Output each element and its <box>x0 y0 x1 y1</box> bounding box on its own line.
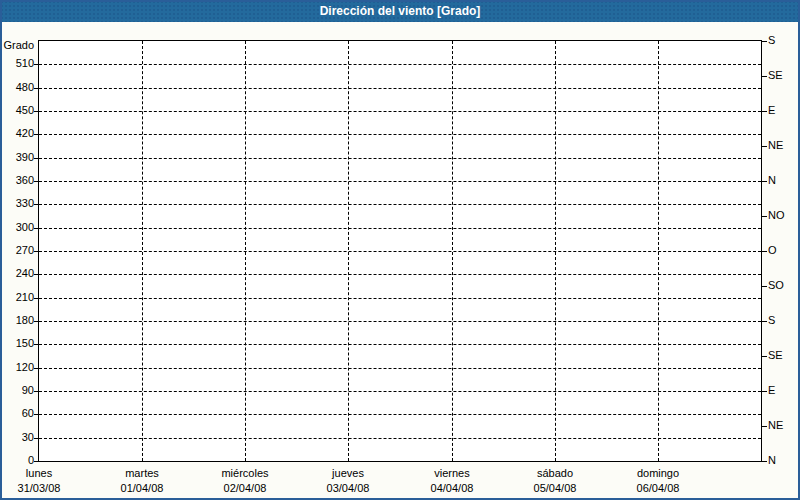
right-tick-mark <box>762 146 767 147</box>
right-tick-mark <box>762 461 767 462</box>
day-name: sábado <box>495 466 615 481</box>
y-tick-mark <box>34 228 39 229</box>
right-tick-mark <box>762 426 767 427</box>
x-day-label-domingo: domingo06/04/08 <box>598 466 718 496</box>
y-tick-mark <box>34 158 39 159</box>
chart-title: Dirección del viento [Grado] <box>0 0 800 22</box>
day-name: jueves <box>288 466 408 481</box>
y-tick-mark <box>34 274 39 275</box>
right-axis-label-135: SE <box>768 349 783 362</box>
h-gridline-480 <box>39 88 761 89</box>
y-tick-label: 180 <box>0 314 34 327</box>
y-tick-mark <box>34 438 39 439</box>
y-tick-mark <box>34 251 39 252</box>
day-date: 02/04/08 <box>185 481 305 496</box>
v-gridline-day-4 <box>452 41 453 461</box>
day-date: 05/04/08 <box>495 481 615 496</box>
right-tick-mark <box>762 76 767 77</box>
y-tick-label: 120 <box>0 361 34 374</box>
h-gridline-60 <box>39 414 761 415</box>
h-gridline-390 <box>39 158 761 159</box>
x-day-label-sábado: sábado05/04/08 <box>495 466 615 496</box>
y-tick-label: 90 <box>0 384 34 397</box>
right-tick-mark <box>762 286 767 287</box>
h-gridline-150 <box>39 344 761 345</box>
right-axis-label-270: O <box>768 244 777 257</box>
right-axis-label-0: N <box>768 454 776 467</box>
v-gridline-day-2 <box>245 41 246 461</box>
y-tick-label: 360 <box>0 174 34 187</box>
right-axis-label-360: N <box>768 174 776 187</box>
h-gridline-450 <box>39 111 761 112</box>
day-date: 06/04/08 <box>598 481 718 496</box>
h-gridline-90 <box>39 391 761 392</box>
day-name: domingo <box>598 466 718 481</box>
chart-window: Dirección del viento [Grado] 03060901201… <box>0 0 800 500</box>
right-tick-mark <box>762 41 767 42</box>
y-tick-label: 300 <box>0 221 34 234</box>
y-tick-label: 420 <box>0 127 34 140</box>
y-tick-mark <box>34 88 39 89</box>
h-gridline-510 <box>39 64 761 65</box>
y-tick-label: 270 <box>0 244 34 257</box>
right-axis-label-180: S <box>768 314 775 327</box>
y-tick-mark <box>34 414 39 415</box>
right-tick-mark <box>762 356 767 357</box>
y-tick-mark <box>34 134 39 135</box>
right-axis-label-450: E <box>768 104 775 117</box>
v-gridline-day-5 <box>555 41 556 461</box>
day-name: miércoles <box>185 466 305 481</box>
right-axis-label-225: SO <box>768 279 784 292</box>
y-tick-label: 60 <box>0 407 34 420</box>
y-tick-label: 450 <box>0 104 34 117</box>
x-day-label-jueves: jueves03/04/08 <box>288 466 408 496</box>
y-tick-mark <box>34 321 39 322</box>
y-tick-label: 30 <box>0 431 34 444</box>
right-axis-label-315: NO <box>768 209 785 222</box>
x-day-label-miércoles: miércoles02/04/08 <box>185 466 305 496</box>
y-tick-mark <box>34 344 39 345</box>
h-gridline-180 <box>39 321 761 322</box>
y-tick-label: 390 <box>0 151 34 164</box>
y-tick-label: 510 <box>0 57 34 70</box>
right-tick-mark <box>762 111 767 112</box>
right-axis-label-405: NE <box>768 139 783 152</box>
day-date: 04/04/08 <box>392 481 512 496</box>
right-axis-label-45: NE <box>768 419 783 432</box>
h-gridline-120 <box>39 368 761 369</box>
x-day-label-viernes: viernes04/04/08 <box>392 466 512 496</box>
v-gridline-day-6 <box>658 41 659 461</box>
y-tick-mark <box>34 298 39 299</box>
y-tick-mark <box>34 368 39 369</box>
day-name: martes <box>82 466 202 481</box>
right-tick-mark <box>762 321 767 322</box>
day-name: viernes <box>392 466 512 481</box>
right-axis-label-90: E <box>768 384 775 397</box>
y-tick-mark <box>34 391 39 392</box>
h-gridline-30 <box>39 438 761 439</box>
day-date: 01/04/08 <box>82 481 202 496</box>
plot-area <box>39 41 761 461</box>
y-axis-title: Grado <box>0 39 34 52</box>
x-day-label-martes: martes01/04/08 <box>82 466 202 496</box>
y-tick-label: 150 <box>0 337 34 350</box>
right-tick-mark <box>762 251 767 252</box>
v-gridline-day-1 <box>142 41 143 461</box>
h-gridline-270 <box>39 251 761 252</box>
v-gridline-day-3 <box>348 41 349 461</box>
y-tick-label: 330 <box>0 197 34 210</box>
right-axis-label-495: SE <box>768 69 783 82</box>
y-tick-label: 240 <box>0 267 34 280</box>
y-tick-mark <box>34 204 39 205</box>
y-tick-mark <box>34 111 39 112</box>
h-gridline-300 <box>39 228 761 229</box>
y-tick-label: 210 <box>0 291 34 304</box>
right-tick-mark <box>762 391 767 392</box>
right-tick-mark <box>762 181 767 182</box>
right-tick-mark <box>762 216 767 217</box>
h-gridline-360 <box>39 181 761 182</box>
h-gridline-330 <box>39 204 761 205</box>
h-gridline-210 <box>39 298 761 299</box>
y-tick-mark <box>34 181 39 182</box>
y-tick-mark <box>34 461 39 462</box>
